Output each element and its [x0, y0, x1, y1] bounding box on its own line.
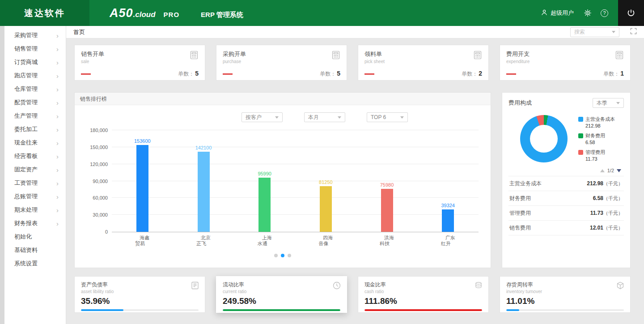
- legend-item[interactable]: 主营业务成本212.98: [578, 116, 615, 128]
- sidebar-item[interactable]: 仓库管理›: [4, 82, 66, 96]
- sidebar-item[interactable]: 基础资料: [4, 243, 66, 257]
- bar-slot: 39324: [417, 130, 479, 232]
- bar[interactable]: [320, 186, 332, 232]
- bar[interactable]: [198, 152, 210, 232]
- sidebar-item-label: 订货商城: [14, 58, 38, 66]
- stat-card-subtitle: expenditure: [506, 59, 624, 64]
- stat-card-title: 领料单: [364, 50, 482, 58]
- sales-ranking-title: 销售排行榜: [75, 93, 491, 105]
- bar[interactable]: [258, 178, 271, 232]
- metric-card[interactable]: 资产负债率asset libility ratio35.96%: [74, 276, 205, 313]
- metric-card[interactable]: 流动比率current ratio249.58%: [216, 276, 347, 313]
- sidebar-item[interactable]: 经营看板›: [4, 149, 66, 163]
- stat-count-value: 1: [620, 70, 624, 77]
- expense-row-label: 管理费用: [509, 209, 531, 217]
- chevron-down-icon: [275, 116, 279, 119]
- legend-color-swatch: [578, 117, 583, 122]
- sidebar-item[interactable]: 跑店管理›: [4, 69, 66, 82]
- stat-count-label: 单数：: [178, 71, 194, 77]
- legend-pager: 1/2: [508, 168, 624, 173]
- y-axis-label: 30,000: [93, 212, 108, 217]
- expense-row-value: 11.73（千元）: [590, 210, 623, 217]
- pagination-dot[interactable]: [281, 254, 284, 257]
- sidebar-item[interactable]: 总账管理›: [4, 190, 66, 203]
- metric-card-subtitle: inventory turnover: [506, 289, 624, 294]
- sidebar-menu: 采购管理›销售管理›订货商城›跑店管理›仓库管理›配货管理›生产管理›委托加工›…: [4, 29, 66, 270]
- legend-label: 管理费用: [585, 149, 605, 156]
- chart-filters: 按客户本月TOP 6: [75, 105, 491, 124]
- legend-item[interactable]: 管理费用11.73: [578, 149, 615, 162]
- stat-card-title: 销售开单: [81, 50, 199, 58]
- pager-text: 1/2: [607, 168, 614, 173]
- expense-row-value: 6.58（千元）: [593, 195, 623, 202]
- product-brand: A50.cloud PRO ERP 管理系统: [110, 6, 243, 20]
- sidebar-item[interactable]: 现金往来›: [4, 136, 66, 149]
- pagination-dot[interactable]: [274, 254, 278, 257]
- metric-card[interactable]: 现金比率cash ratio111.86%: [358, 276, 489, 313]
- bar[interactable]: [442, 209, 454, 232]
- sidebar-item[interactable]: 委托加工›: [4, 123, 66, 136]
- sidebar-item[interactable]: 配货管理›: [4, 96, 66, 109]
- bar-value-label: 142100: [195, 145, 212, 150]
- help-icon[interactable]: ?: [601, 9, 608, 17]
- fullscreen-icon[interactable]: [630, 28, 637, 36]
- sidebar-item-label: 仓库管理: [14, 85, 38, 93]
- filter-period-select[interactable]: 本月: [304, 112, 345, 122]
- chevron-right-icon: ›: [56, 153, 59, 160]
- y-axis-label: 180,000: [90, 128, 108, 133]
- x-axis-label-line1: 洪海: [356, 235, 418, 241]
- donut-chart[interactable]: [520, 115, 568, 162]
- pager-down-icon[interactable]: [617, 169, 621, 172]
- sidebar-item[interactable]: 采购管理›: [4, 29, 66, 42]
- sidebar-item[interactable]: 期末处理›: [4, 203, 66, 217]
- sidebar-item-label: 跑店管理: [14, 72, 38, 80]
- stat-card-subtitle: pick sheet: [364, 59, 482, 64]
- calculator-icon: [473, 50, 483, 62]
- bar[interactable]: [381, 189, 393, 232]
- expense-row: 主营业务成本212.98（千元）: [508, 176, 624, 191]
- metric-card[interactable]: 存货周转率inventory turnover11.01%: [500, 276, 631, 313]
- x-axis-label-line1: 四海: [295, 235, 356, 241]
- settings-gear-icon[interactable]: [584, 9, 592, 17]
- sidebar-item-label: 销售管理: [14, 45, 38, 53]
- sidebar-item[interactable]: 财务报表›: [4, 217, 66, 230]
- filter-top-select[interactable]: TOP 6: [367, 112, 408, 122]
- charts-row: 销售排行榜 按客户本月TOP 6 030,00060,00090,000120,…: [74, 92, 631, 268]
- chevron-down-icon: [616, 102, 620, 104]
- bar-slot: 153600: [112, 130, 173, 232]
- sidebar-item[interactable]: 生产管理›: [4, 109, 66, 123]
- sidebar-item[interactable]: 系统设置: [4, 257, 66, 270]
- stat-card[interactable]: 采购开单purchase单数：5: [216, 45, 347, 81]
- pager-up-icon[interactable]: [600, 169, 605, 172]
- chevron-right-icon: ›: [56, 99, 59, 106]
- logout-power-button[interactable]: [618, 0, 644, 26]
- stat-card[interactable]: 费用开支expenditure单数：1: [500, 45, 631, 81]
- user-menu[interactable]: 超级用户: [541, 9, 574, 17]
- sidebar-item[interactable]: 固定资产›: [4, 163, 66, 176]
- sidebar-item[interactable]: 销售管理›: [4, 42, 66, 55]
- stat-card[interactable]: 领料单pick sheet单数：2: [358, 45, 489, 81]
- legend-label: 主营业务成本: [585, 116, 615, 123]
- search-select[interactable]: 搜索: [570, 27, 619, 37]
- pagination-dot[interactable]: [288, 254, 291, 257]
- sidebar-item[interactable]: 初始化: [4, 230, 66, 243]
- stat-count-label: 单数：: [462, 71, 478, 77]
- bar[interactable]: [136, 145, 148, 232]
- period-select[interactable]: 本季: [593, 98, 624, 108]
- stat-card[interactable]: 销售开单sale单数：5: [74, 45, 205, 81]
- y-axis-label: 150,000: [90, 145, 108, 150]
- stat-count-value: 5: [337, 70, 340, 77]
- accent-dash: [81, 73, 91, 75]
- sidebar-item[interactable]: 工资管理›: [4, 176, 66, 190]
- sidebar-item[interactable]: 订货商城›: [4, 55, 66, 69]
- expense-card-header: 费用构成 本季: [508, 98, 624, 108]
- filter-by-customer-select[interactable]: 按客户: [242, 112, 283, 122]
- stat-card-subtitle: sale: [81, 59, 199, 64]
- expense-row-label: 销售费用: [509, 224, 531, 232]
- x-axis-label: 上海水通: [234, 235, 295, 247]
- legend-item[interactable]: 财务费用6.58: [578, 132, 615, 145]
- breadcrumb-home[interactable]: 首页: [73, 28, 85, 36]
- stat-card-footer: 单数：5: [81, 70, 199, 78]
- chevron-right-icon: ›: [56, 220, 59, 227]
- chevron-down-icon: [400, 116, 404, 119]
